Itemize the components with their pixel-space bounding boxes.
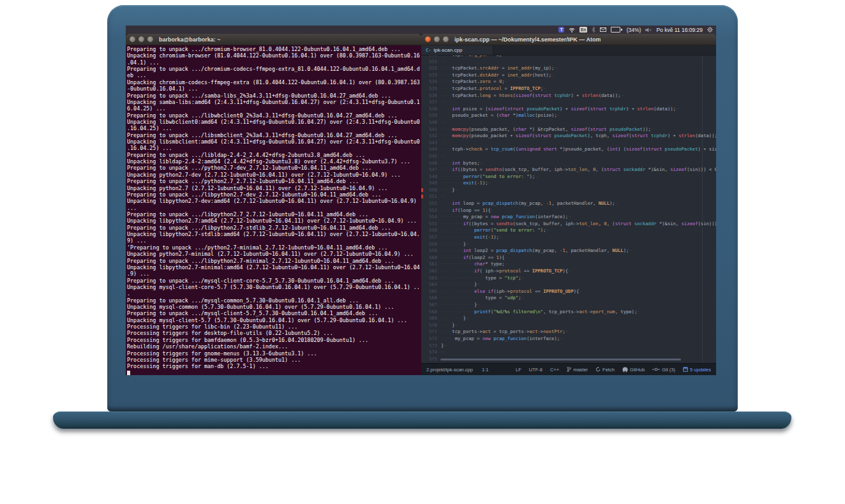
terminal-titlebar[interactable]: barborka@barborka: ~	[126, 34, 421, 45]
keyboard-layout-indicator[interactable]: En	[580, 27, 587, 33]
terminal-line: .9) ...	[127, 271, 421, 277]
tab-ipk-scan[interactable]: C- ipk-scan.cpp	[421, 45, 493, 55]
terminal-line: 6.04.25) ...	[127, 105, 421, 112]
volume-muted-icon[interactable]	[645, 27, 652, 33]
status-fetch[interactable]: Fetch	[595, 367, 615, 373]
code-editor[interactable]: 530····tcph->urg_ptr = 0;¬531¬532····tcp…	[421, 56, 716, 363]
code-line: 536····tcpPacket.leng = htons(sizeof(str…	[421, 93, 716, 100]
code-line: 551¬	[421, 193, 716, 200]
terminal-line: Unpacking mysql-client-5.7 (5.7.30-0ubun…	[127, 317, 421, 323]
wifi-icon[interactable]	[569, 27, 575, 33]
code-line: 565············else if(iph->protocol == …	[421, 288, 716, 295]
atom-maximize-button[interactable]	[443, 36, 449, 42]
terminal-line: Preparing to unpack .../python2.7_2.7.12…	[127, 178, 421, 184]
code-line: 554········my_pcap = new pcap_funcion(in…	[421, 214, 716, 221]
terminal-line: Preparing to unpack .../libpython2.7-dev…	[127, 191, 421, 198]
terminal-line: Unpacking python2.7-dev (2.7.12-1ubuntu0…	[127, 172, 421, 178]
code-line: 543¬	[421, 140, 716, 147]
status-git[interactable]: Git (3)	[652, 367, 675, 373]
terminal-line: Unpacking chromium-codecs-ffmpeg-extra (…	[127, 79, 421, 85]
mail-icon[interactable]	[600, 27, 606, 32]
horizontal-scrollbar[interactable]	[440, 359, 681, 360]
status-file-path[interactable]: 2.projekt/ipk-scan.cpp	[426, 367, 473, 373]
atom-titlebar[interactable]: ipk-scan.cpp — ~/Dokumenty/4.semester/IP…	[421, 34, 716, 45]
code-line: 541····memcpy(pseudo_packet, (char *) &t…	[421, 126, 716, 133]
code-line: 531¬	[421, 59, 716, 66]
code-line: 556············perror("send to error: ")…	[421, 227, 716, 234]
code-line: 558········}¬	[421, 241, 716, 248]
status-encoding[interactable]: UTF-8	[529, 367, 542, 373]
code-line: 560········if(loop2 == 1){¬	[421, 255, 716, 262]
system-tray: T En	[558, 26, 713, 34]
code-line: 533····tcpPacket.dstAddr = inet_addr(hos…	[421, 72, 716, 79]
terminal-line: Rebuilding /usr/share/applications/bamf-…	[127, 343, 421, 350]
terminal-line: Unpacking libpython2.7-stdlib:amd64 (2.7…	[127, 231, 421, 237]
terminal-line: 9) ...	[127, 237, 421, 244]
sync-icon	[595, 367, 601, 372]
status-cursor-position[interactable]: 1:1	[482, 367, 488, 373]
code-line: 566················type = "udp";¬	[421, 295, 716, 302]
code-line: 544····tcph->check = tcp_csum((unsigned …	[421, 146, 716, 153]
laptop-mockup: T En	[0, 0, 845, 504]
terminal-line: .16.04.25) ...	[127, 125, 421, 131]
terminal-line: Preparing to unpack .../libwbclient0_2%3…	[127, 112, 421, 119]
code-line: 561············char* type;¬	[421, 261, 716, 268]
code-line: 564············}¬	[421, 281, 716, 288]
terminal-minimize-button[interactable]	[138, 36, 144, 42]
code-line: 562············if( iph->protocol == IPPR…	[421, 268, 716, 275]
terminal-line: Processing triggers for desktop-file-uti…	[127, 330, 421, 336]
terminal-line: ...	[127, 205, 421, 211]
terminal-line: Preparing to unpack .../samba-libs_2%3a4…	[127, 93, 421, 99]
terminal-maximize-button[interactable]	[147, 36, 153, 42]
terminal-line: Preparing to unpack .../chromium-browser…	[127, 46, 421, 52]
terminal-window: barborka@barborka: ~ Preparing to unpack…	[126, 34, 421, 375]
status-github[interactable]: GitHub	[622, 367, 645, 373]
code-line: 557············exit(-1);¬	[421, 234, 716, 241]
code-line: 555········if((bytes = sendto(sock_tcp, …	[421, 221, 716, 228]
code-line: 552····int loop = pcap_dispatch(my_pcap,…	[421, 200, 716, 207]
battery-indicator[interactable]	[611, 27, 622, 33]
atom-window: ipk-scan.cpp — ~/Dokumenty/4.semester/IP…	[421, 34, 716, 375]
terminal-line: Unpacking libldap-2.4-2:amd64 (2.4.42+df…	[127, 158, 421, 165]
terminal-body[interactable]: Preparing to unpack .../chromium-browser…	[126, 45, 421, 375]
teams-icon[interactable]: T	[558, 27, 564, 33]
terminal-line: Preparing to unpack .../python2.7-dev_2.…	[127, 165, 421, 171]
git-branch-icon	[567, 367, 571, 372]
atom-close-button[interactable]	[425, 36, 431, 42]
code-line: 539····pseudo_packet = (char *)malloc(ps…	[421, 112, 716, 119]
session-gear-icon[interactable]	[707, 27, 713, 33]
code-line: 559········int loop2 = pcap_dispatch(my_…	[421, 248, 716, 255]
terminal-line: Preparing to unpack .../chromium-codecs-…	[127, 66, 421, 72]
tab-label: ipk-scan.cpp	[433, 47, 462, 53]
status-line-ending[interactable]: LF	[516, 367, 521, 373]
status-grammar[interactable]: C++	[550, 367, 559, 373]
terminal-line: -0ubuntu0.16.04.1) ...	[127, 85, 421, 92]
code-line: 547····if((bytes = sendto(sock_tcp, buff…	[421, 167, 716, 174]
terminal-line: eb ...	[127, 72, 421, 78]
code-line: 569········}¬	[421, 315, 716, 322]
laptop-lid: T En	[107, 5, 738, 411]
terminal-line: Unpacking python2.7 (2.7.12-1ubuntu0~16.…	[127, 185, 421, 191]
code-line: 553····if(loop == 1){¬	[421, 207, 716, 214]
terminal-line: Processing triggers for libc-bin (2.23-0…	[127, 323, 421, 330]
status-updates[interactable]: 5 updates	[683, 367, 711, 373]
clock[interactable]: Po kvě 11 16:09:29	[656, 27, 703, 33]
atom-title: ipk-scan.cpp — ~/Dokumenty/4.semester/IP…	[454, 36, 601, 43]
laptop-screen: T En	[126, 26, 716, 375]
code-line: 537¬	[421, 99, 716, 106]
terminal-line: Unpacking python2.7-minimal (2.7.12-1ubu…	[127, 251, 421, 257]
code-line: 538····int psize = (sizeof(struct pseudo…	[421, 106, 716, 113]
status-branch[interactable]: master	[567, 367, 588, 373]
terminal-line: Processing triggers for man-db (2.7.5-1)…	[127, 363, 421, 369]
code-line: 550····}¬	[421, 187, 716, 194]
battery-icon	[611, 27, 620, 33]
terminal-line: .	[127, 290, 421, 297]
terminal-line: Unpacking libpython2.7:amd64 (2.7.12-1ub…	[127, 218, 421, 224]
code-line: 534····tcpPacket.zero = 0;¬	[421, 78, 716, 85]
terminal-line: Preparing to unpack .../libldap-2.4-2_2.…	[127, 152, 421, 158]
battery-percentage: (34%)	[627, 27, 641, 33]
terminal-line: Processing triggers for mime-support (3.…	[127, 357, 421, 363]
bluetooth-icon[interactable]	[592, 27, 595, 33]
terminal-close-button[interactable]	[130, 36, 135, 42]
atom-minimize-button[interactable]	[434, 36, 440, 42]
